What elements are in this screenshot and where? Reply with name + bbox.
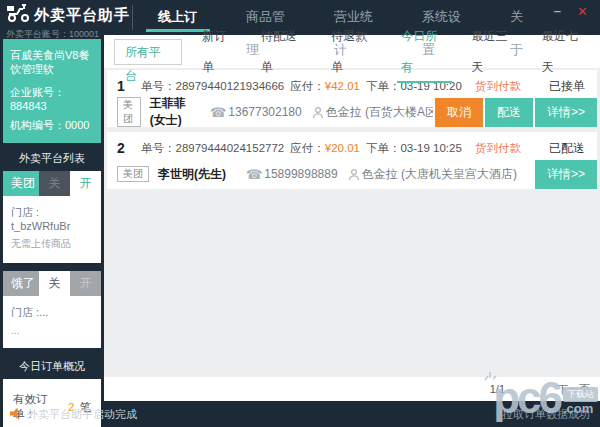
platform-tag: 美团	[117, 97, 141, 127]
details-button[interactable]: 详情>>	[535, 98, 597, 127]
eleme-toggle-on[interactable]: 开	[70, 271, 101, 296]
platform-name-eleme: 饿了么	[3, 271, 39, 296]
today-summary-header: 今日订单概况	[0, 356, 104, 377]
order-amount: ¥20.01	[325, 142, 360, 154]
order-index: 2	[117, 140, 141, 156]
order-filter-tabs: 所有平台 新订单 待配送单 待退款单 今日所有 最近三天 最近七天	[104, 35, 600, 68]
order-pay-label: 应付：	[290, 141, 325, 156]
payment-method-badge: 货到付款	[475, 141, 521, 156]
speaker-icon	[10, 405, 21, 423]
tab-all-platforms[interactable]: 所有平台	[114, 39, 182, 65]
order-actions: 取消 配送 详情>>	[433, 98, 597, 127]
pagination-bar: 1/1 下一页	[104, 377, 600, 401]
meituan-store-id: 门店 : t_bzWRfuBr	[3, 196, 101, 234]
platform-name-meituan: 美团	[3, 171, 39, 196]
company-card: 百威美食尚V8餐饮管理软 企业账号：884843 机构编号：0000	[3, 39, 101, 143]
meituan-note: 无需上传商品	[3, 234, 101, 263]
delivery-address: 色金拉 (大唐机关皇宫大酒店)	[362, 166, 517, 183]
order-list: 1 单号： 28979440121934666 应付： ¥42.01 下单： 0…	[104, 68, 600, 377]
org-number: 机构编号：0000	[10, 118, 94, 133]
customer-phone: 13677302180	[228, 105, 301, 119]
next-page-button[interactable]: 下一页	[557, 382, 590, 397]
order-no-label: 单号：	[141, 79, 176, 94]
order-number: 28979444024152772	[176, 142, 285, 154]
person-icon	[348, 168, 360, 181]
tab-last-7-days[interactable]: 最近七天	[530, 21, 600, 83]
main-area: 所有平台 新订单 待配送单 待退款单 今日所有 最近三天 最近七天 1 单号： …	[104, 35, 600, 401]
eleme-note: ...	[3, 322, 101, 348]
platform-tag: 美团	[117, 166, 149, 182]
phone-icon: ☎	[210, 105, 226, 120]
meituan-toggle-on[interactable]: 开	[70, 171, 101, 196]
customer-phone: 15899898889	[264, 167, 337, 181]
app-brand: 外卖平台助手 外卖平台账号：100001	[0, 0, 134, 35]
tab-last-3-days[interactable]: 最近三天	[460, 21, 530, 83]
platform-panel-meituan: 美团 关 开 门店 : t_bzWRfuBr 无需上传商品	[3, 171, 101, 263]
app-window: 外卖平台助手 外卖平台账号：100001 线上订单 商品管理 营业统计 系统设置…	[0, 0, 600, 427]
status-message-right: 拉取订单数据成功	[502, 407, 590, 422]
order-no-label: 单号：	[141, 141, 176, 156]
platform-list-header: 外卖平台列表	[0, 148, 104, 169]
order-time: 03-19 10:25	[400, 142, 461, 154]
customer-name: 王菲菲(女士)	[150, 95, 190, 129]
close-button[interactable]: ✕	[577, 6, 588, 18]
details-button[interactable]: 详情>>	[535, 160, 597, 189]
cancel-button[interactable]: 取消	[435, 98, 483, 127]
sidebar: 百威美食尚V8餐饮管理软 企业账号：884843 机构编号：0000 外卖平台列…	[0, 35, 104, 401]
platform-panel-eleme: 饿了么 关 开 门店 :... ...	[3, 271, 101, 348]
deliver-button[interactable]: 配送	[485, 98, 533, 127]
person-icon	[312, 106, 324, 119]
tab-new-orders[interactable]: 新订单	[190, 21, 249, 83]
eleme-toggle-off[interactable]: 关	[39, 271, 70, 296]
delivery-scooter-icon	[6, 3, 30, 27]
order-row: 2 单号： 28979444024152772 应付： ¥20.01 下单： 0…	[107, 132, 597, 189]
customer-name: 李世明(先生)	[158, 166, 226, 183]
app-title: 外卖平台助手	[34, 6, 130, 25]
tab-pending-refund[interactable]: 待退款单	[319, 21, 389, 83]
order-time-label: 下单：	[366, 141, 401, 156]
company-name: 百威美食尚V8餐饮管理软	[10, 48, 94, 76]
page-indicator: 1/1	[490, 383, 505, 395]
tab-today-all[interactable]: 今日所有	[389, 21, 459, 83]
order-status: 已配送	[549, 140, 585, 157]
phone-icon: ☎	[246, 167, 262, 182]
meituan-toggle-off[interactable]: 关	[39, 171, 70, 196]
minimize-button[interactable]: –	[554, 6, 561, 16]
order-actions: 详情>>	[533, 160, 597, 189]
enterprise-account: 企业账号：884843	[10, 85, 94, 112]
tab-pending-delivery[interactable]: 待配送单	[249, 21, 319, 83]
delivery-address: 色金拉 (百货大楼A区相思豆专卖...	[326, 104, 433, 121]
status-message-left: 外卖平台助手启动完成	[27, 407, 137, 422]
